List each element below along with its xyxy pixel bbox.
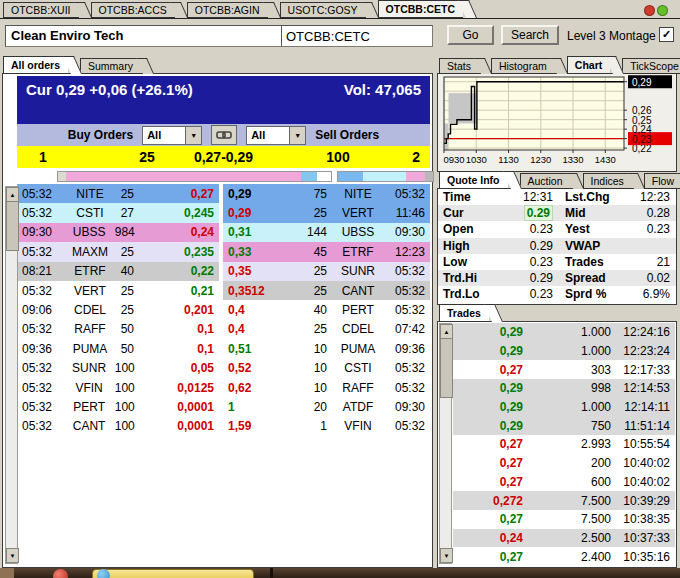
close-window-icon[interactable] <box>644 5 655 16</box>
buy-filter-select[interactable]: All ▼ <box>142 126 202 145</box>
ask-row[interactable]: 0,3345ETRF12:23 <box>223 242 430 261</box>
taskbar-start-area[interactable] <box>0 568 14 578</box>
ask-row[interactable]: 0,6210RAFF05:32 <box>223 378 430 397</box>
scroll-thumb[interactable] <box>440 338 453 398</box>
svg-text:0,23: 0,23 <box>632 134 652 145</box>
bid-size: 100 <box>115 400 159 414</box>
ask-row[interactable]: 0,31144UBSS09:30 <box>223 223 430 242</box>
analysis-tab-chart[interactable]: Chart <box>567 56 610 74</box>
symbol-tab-otcbb-accs[interactable]: OTCBB:ACCS <box>91 2 175 18</box>
quote-tab-quote-info[interactable]: Quote Info <box>439 171 508 189</box>
ask-row[interactable]: 0,3525SUNR05:32 <box>223 262 430 281</box>
trade-price: 0,27 <box>453 550 523 564</box>
bid-row[interactable]: 08:21ETRF400,22 <box>17 262 219 281</box>
quote-value: 6.9% <box>627 287 676 301</box>
ask-price: 0,35 <box>223 264 286 278</box>
quote-tab-auction[interactable]: Auction <box>520 173 571 189</box>
symbol-tab-otcbb-cetc[interactable]: OTCBB:CETC <box>378 0 463 18</box>
quote-value-text: 0.29 <box>524 205 553 221</box>
scroll-down-icon[interactable]: ▼ <box>6 548 19 563</box>
ask-row[interactable]: 0,5210CSTI05:32 <box>223 359 430 378</box>
quote-info-panel: Time12:31Lst.Chg12:23Cur0.29Mid0.28Open0… <box>437 188 677 305</box>
trade-price: 0,29 <box>453 400 523 414</box>
pressure-segment <box>58 172 66 181</box>
taskbar-divider <box>270 568 273 578</box>
trade-size: 200 <box>523 456 611 470</box>
scroll-down-icon[interactable]: ▼ <box>440 548 453 563</box>
symbol-tab-usotc-gosy[interactable]: USOTC:GOSY <box>280 2 366 18</box>
order-filter-row: Buy Orders All ▼ All ▼ Sell Orders <box>17 124 430 146</box>
montage-scrollbar[interactable]: ▲ ▼ <box>5 186 18 564</box>
trades-scrollbar[interactable]: ▲ ▼ <box>439 323 452 564</box>
symbol-tab-otcbb-agin[interactable]: OTCBB:AGIN <box>187 2 268 18</box>
quote-tab-indices[interactable]: Indices <box>583 173 632 189</box>
symbol-tab-otcbb-xuii[interactable]: OTCBB:XUII <box>3 2 79 18</box>
bid-mm: NITE <box>64 187 116 201</box>
bid-row[interactable]: 05:32PERT1000,0001 <box>17 397 219 416</box>
ask-row[interactable]: 0,440PERT05:32 <box>223 300 430 319</box>
trades-tabbar: Trades <box>439 306 501 322</box>
trade-size: 7.500 <box>523 512 611 526</box>
sell-filter-select[interactable]: All ▼ <box>246 126 306 145</box>
analysis-tab-stats[interactable]: Stats <box>439 58 479 74</box>
ask-row[interactable]: 0,2975NITE05:32 <box>223 184 430 203</box>
bid-row[interactable]: 05:32CSTI270,245 <box>17 203 219 222</box>
trade-row: 0,272.99310:55:54 <box>453 435 675 454</box>
bid-ask-spread: 0,27-0,29 <box>17 149 430 165</box>
maximize-window-icon[interactable] <box>657 5 668 16</box>
bid-row[interactable]: 09:06CDEL250,201 <box>17 300 219 319</box>
quote-tab-flow[interactable]: Flow <box>644 173 680 189</box>
pressure-segment <box>338 172 363 181</box>
bid-size: 25 <box>116 245 158 259</box>
buy-pressure-bar <box>57 171 332 182</box>
ask-row[interactable]: 0,351225CANT05:32 <box>223 281 430 300</box>
pressure-bars <box>17 171 430 181</box>
bid-row[interactable]: 05:32SUNR1000,05 <box>17 359 219 378</box>
svg-text:0,26: 0,26 <box>632 105 652 116</box>
scroll-up-icon[interactable]: ▲ <box>6 187 19 202</box>
level3-montage-checkbox[interactable]: ✓ <box>659 27 674 42</box>
buy-orders-label: Buy Orders <box>68 128 133 142</box>
bid-size: 100 <box>115 419 159 433</box>
ask-row[interactable]: 0,5110PUMA09:36 <box>223 339 430 358</box>
trades-tab-trades[interactable]: Trades <box>439 304 489 322</box>
chevron-down-icon[interactable]: ▼ <box>289 127 305 144</box>
ask-mm: CSTI <box>335 361 381 375</box>
intraday-price-chart: 0930103011301230133014300,220,230,240,25… <box>438 74 674 169</box>
link-filters-button[interactable] <box>211 125 237 145</box>
search-button[interactable]: Search <box>501 25 559 45</box>
ask-row[interactable]: 120ATDF09:30 <box>223 397 430 416</box>
bid-row[interactable]: 05:32CANT1000,0001 <box>17 417 219 436</box>
ask-mm: SUNR <box>335 264 381 278</box>
app-icon-blue[interactable] <box>97 569 110 578</box>
trade-row: 0,277.50010:38:35 <box>453 510 675 529</box>
bid-size: 100 <box>115 361 159 375</box>
ask-row[interactable]: 0,2925VERT11:46 <box>223 203 430 222</box>
analysis-tab-tickscope[interactable]: TickScope <box>622 58 680 74</box>
bid-row[interactable]: 05:32NITE250,27 <box>17 184 219 203</box>
go-button[interactable]: Go <box>447 25 494 45</box>
app-icon-red[interactable] <box>53 569 68 578</box>
scroll-up-icon[interactable]: ▲ <box>440 324 453 339</box>
bid-row[interactable]: 05:32MAXM250,235 <box>17 242 219 261</box>
bid-row[interactable]: 05:32RAFF500,1 <box>17 320 219 339</box>
analysis-tab-histogram[interactable]: Histogram <box>491 58 555 74</box>
bid-row[interactable]: 09:36PUMA500,1 <box>17 339 219 358</box>
bid-row[interactable]: 05:32VERT250,21 <box>17 281 219 300</box>
scroll-thumb[interactable] <box>6 201 19 251</box>
chevron-down-icon[interactable]: ▼ <box>185 127 201 144</box>
symbol-input[interactable] <box>281 25 433 47</box>
ask-size: 144 <box>286 225 335 239</box>
ask-row[interactable]: 0,425CDEL07:42 <box>223 320 430 339</box>
bid-row[interactable]: 09:30UBSS9840,24 <box>17 223 219 242</box>
taskbar-window-button[interactable] <box>92 569 254 578</box>
montage-tab-all-orders[interactable]: All orders <box>3 56 68 74</box>
bid-row[interactable]: 05:32VFIN1000,0125 <box>17 378 219 397</box>
montage-tab-summary[interactable]: Summary <box>80 58 141 74</box>
quote-label: Cur <box>438 206 491 220</box>
ask-row[interactable]: 1,591VFIN05:32 <box>223 417 430 436</box>
price-header: Cur 0,29 +0,06 (+26.1%) Vol: 47,065 <box>17 76 430 124</box>
quote-label: Open <box>438 222 491 236</box>
os-taskbar <box>0 568 680 578</box>
ask-mm: CDEL <box>335 322 381 336</box>
